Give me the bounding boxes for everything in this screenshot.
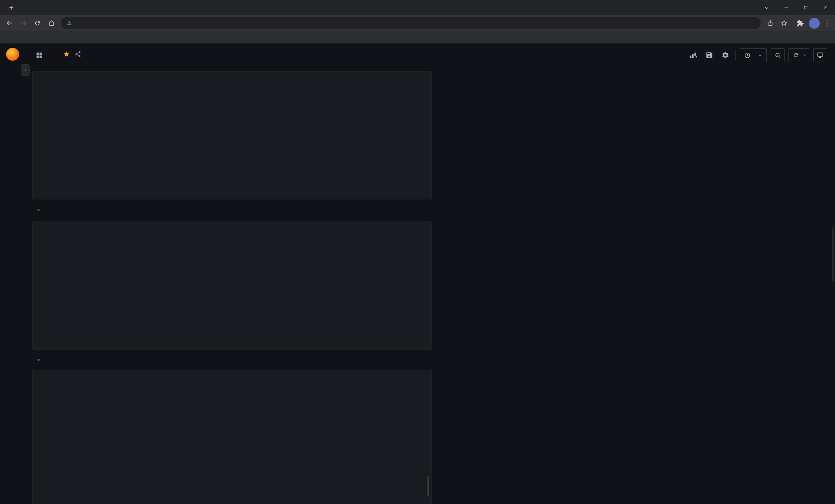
forward-button[interactable] bbox=[17, 17, 30, 29]
clock-icon bbox=[744, 52, 751, 59]
close-button[interactable] bbox=[815, 0, 835, 15]
address-bar[interactable]: ⚠ bbox=[61, 17, 761, 29]
alle-daten-legend bbox=[36, 383, 428, 385]
tab-search-icon[interactable] bbox=[757, 0, 776, 15]
security-warning-icon[interactable]: ⚠ bbox=[67, 20, 72, 26]
bookmarks-bar bbox=[0, 31, 835, 43]
breadcrumb bbox=[33, 49, 82, 61]
frequenz-legend bbox=[36, 234, 428, 244]
effizienz-legend bbox=[36, 84, 428, 94]
chevron-down-icon bbox=[802, 53, 807, 57]
time-range-picker[interactable] bbox=[740, 48, 767, 62]
page-scrollbar[interactable] bbox=[832, 228, 834, 281]
sidebar-expand-button[interactable] bbox=[21, 64, 30, 76]
grafana-main bbox=[25, 43, 835, 504]
panel-title[interactable] bbox=[36, 74, 428, 84]
dashboard-scroll-area[interactable] bbox=[25, 67, 835, 504]
bookmark-star-icon[interactable] bbox=[778, 17, 790, 29]
dashboard-settings-icon[interactable] bbox=[719, 49, 731, 61]
dashboard-actions bbox=[687, 48, 827, 62]
add-panel-icon[interactable] bbox=[687, 49, 699, 61]
home-button[interactable] bbox=[45, 17, 57, 29]
kiosk-mode-button[interactable] bbox=[813, 48, 827, 62]
browser-toolbar: ⚠ ⋮ bbox=[0, 15, 835, 31]
share-dashboard-icon[interactable] bbox=[74, 50, 82, 60]
row-header-2[interactable] bbox=[32, 350, 432, 370]
share-icon[interactable] bbox=[764, 17, 776, 29]
back-button[interactable] bbox=[3, 17, 16, 29]
chevron-down-icon bbox=[36, 358, 41, 362]
grafana-sidebar bbox=[0, 43, 25, 504]
panel-frequenz[interactable] bbox=[32, 221, 432, 350]
grafana-app bbox=[0, 43, 835, 504]
save-dashboard-icon[interactable] bbox=[703, 49, 715, 61]
new-tab-button[interactable]: + bbox=[5, 2, 17, 14]
toolbar-divider bbox=[735, 50, 736, 60]
panel-title[interactable] bbox=[36, 372, 428, 383]
minimize-button[interactable] bbox=[776, 0, 796, 15]
zoom-out-button[interactable] bbox=[771, 48, 785, 62]
panel-title[interactable] bbox=[36, 223, 428, 234]
window-controls bbox=[757, 0, 835, 15]
grafana-logo[interactable] bbox=[6, 48, 19, 61]
panel-alle-daten[interactable] bbox=[32, 370, 432, 504]
row-header-1[interactable] bbox=[32, 199, 432, 221]
browser-window: + ⚠ ⋮ bbox=[0, 0, 835, 504]
refresh-button[interactable] bbox=[788, 48, 809, 62]
chevron-down-icon bbox=[758, 53, 762, 58]
maximize-button[interactable] bbox=[796, 0, 815, 15]
panel-effizienz[interactable] bbox=[32, 71, 432, 199]
tab-strip: + bbox=[0, 0, 835, 15]
chevron-down-icon bbox=[36, 208, 41, 212]
browser-menu-icon[interactable]: ⋮ bbox=[823, 19, 832, 27]
refresh-icon bbox=[793, 52, 799, 58]
legend-scrollbar[interactable] bbox=[428, 476, 429, 496]
favorite-star-icon[interactable] bbox=[63, 50, 70, 60]
reload-button[interactable] bbox=[31, 17, 43, 29]
profile-avatar[interactable] bbox=[809, 18, 820, 29]
dashboard-header bbox=[25, 43, 835, 67]
apps-grid-icon[interactable] bbox=[33, 49, 45, 61]
extensions-puzzle-icon[interactable] bbox=[794, 17, 806, 29]
